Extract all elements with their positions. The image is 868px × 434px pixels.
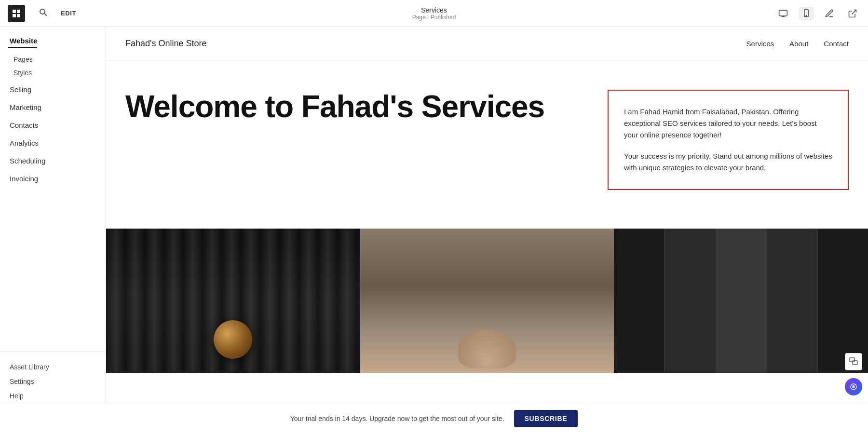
nav-link-contact[interactable]: Contact [824, 40, 849, 48]
sidebar-section-title[interactable]: Website [8, 37, 37, 48]
sidebar-item-marketing[interactable]: Marketing [8, 99, 98, 115]
desktop-view-button[interactable] [775, 7, 791, 20]
svg-point-15 [852, 385, 855, 388]
svg-line-11 [852, 10, 856, 14]
page-name: Services [412, 6, 456, 14]
preview-area: Fahad's Online Store Services About Cont… [106, 27, 868, 434]
sidebar-item-invoicing[interactable]: Invoicing [8, 171, 98, 187]
svg-rect-0 [13, 10, 16, 13]
svg-rect-6 [779, 10, 787, 16]
hero-box-para2: Your success is my priority. Stand out a… [624, 150, 832, 174]
mobile-view-button[interactable] [799, 7, 814, 20]
panel-4 [767, 229, 818, 373]
sidebar-item-styles[interactable]: Styles [8, 66, 98, 80]
sidebar-item-selling[interactable]: Selling [8, 81, 98, 97]
curtain-bg [106, 229, 360, 373]
sidebar-item-scheduling[interactable]: Scheduling [8, 153, 98, 169]
hero-section: Welcome to Fahad's Services I am Fahad H… [106, 61, 868, 229]
page-status: Page · Published [412, 14, 456, 21]
top-bar-center: Services Page · Published [412, 6, 456, 21]
external-link-button[interactable] [845, 7, 860, 20]
sidebar-item-settings[interactable]: Settings [8, 374, 98, 389]
panel-2 [665, 229, 716, 373]
sidebar: Website Pages Styles Selling Marketing C… [0, 27, 106, 434]
ai-assistant-button[interactable] [845, 378, 862, 395]
subscribe-button[interactable]: SUBSCRIBE [514, 410, 578, 427]
svg-rect-13 [853, 361, 857, 365]
sidebar-nav: Website Pages Styles Selling Marketing C… [0, 37, 106, 352]
nav-link-about[interactable]: About [789, 40, 808, 48]
image-cell-curtain [106, 229, 360, 373]
svg-point-4 [40, 9, 45, 14]
image-grid [106, 229, 868, 373]
sidebar-item-contacts[interactable]: Contacts [8, 117, 98, 133]
image-cell-panels [614, 229, 868, 373]
svg-rect-2 [13, 14, 16, 17]
sidebar-item-analytics[interactable]: Analytics [8, 135, 98, 151]
side-tools [845, 353, 862, 395]
nav-link-services[interactable]: Services [746, 40, 774, 48]
svg-line-5 [44, 14, 47, 16]
edit-label: EDIT [61, 10, 76, 17]
hero-box-para1: I am Fahad Hamid from Faisalabad, Pakist… [624, 106, 832, 141]
bottom-spacer [106, 373, 868, 402]
orb-shape [214, 320, 252, 359]
hero-box[interactable]: I am Fahad Hamid from Faisalabad, Pakist… [608, 90, 849, 190]
panels-bg [614, 229, 868, 373]
search-button[interactable] [37, 6, 49, 21]
panel-5 [818, 229, 868, 373]
panel-1 [614, 229, 665, 373]
top-bar: EDIT Services Page · Published [0, 0, 868, 27]
svg-rect-3 [17, 14, 20, 17]
squarespace-logo[interactable] [8, 5, 25, 22]
chair-bg [360, 229, 614, 373]
hero-title: Welcome to Fahad's Services [125, 90, 588, 123]
chat-tool-button[interactable] [845, 353, 862, 370]
chair-shape [458, 330, 516, 368]
website-nav-links: Services About Contact [746, 40, 849, 48]
image-cell-chair [360, 229, 614, 373]
trial-bar: Your trial ends in 14 days. Upgrade now … [0, 403, 868, 434]
top-bar-left: EDIT [8, 5, 76, 22]
svg-point-10 [806, 15, 807, 16]
top-bar-right [775, 7, 860, 20]
svg-rect-1 [17, 10, 20, 13]
panel-3 [716, 229, 767, 373]
svg-rect-12 [850, 358, 854, 362]
sidebar-item-asset-library[interactable]: Asset Library [8, 360, 98, 374]
trial-text: Your trial ends in 14 days. Upgrade now … [290, 415, 504, 422]
hero-text: Welcome to Fahad's Services [125, 90, 588, 123]
sidebar-item-pages[interactable]: Pages [8, 53, 98, 66]
edit-tool-button[interactable] [822, 7, 837, 20]
website-nav: Fahad's Online Store Services About Cont… [106, 27, 868, 61]
website-logo: Fahad's Online Store [125, 39, 207, 49]
main-layout: Website Pages Styles Selling Marketing C… [0, 27, 868, 434]
sidebar-item-help[interactable]: Help [8, 389, 98, 403]
